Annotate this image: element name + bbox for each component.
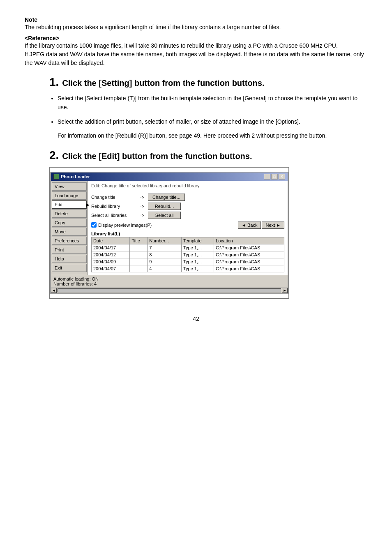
step1-bullet-1: Select the [Select template (T)] from th… — [58, 94, 367, 112]
nav-buttons: ◄ Back Next ► — [238, 221, 284, 229]
sidebar-item-loadimage[interactable]: Load image — [52, 191, 87, 200]
nav-row: Display preview images(P) ◄ Back Next ► — [91, 221, 284, 229]
maximize-button[interactable]: □ — [271, 174, 278, 180]
action-selectall-label: Select all libraries — [91, 213, 136, 218]
action-rebuild-arrow: -> — [138, 204, 146, 209]
scrollbar-row[interactable]: ◄ ► — [51, 288, 288, 293]
action-rebuild-label: Rebuild library — [91, 204, 136, 209]
cell-title-1 — [130, 251, 148, 258]
change-title-button[interactable]: Change title... — [148, 193, 185, 201]
sidebar-item-delete[interactable]: Delete — [52, 210, 87, 218]
cell-location-2: C:\Program Files\CAS — [214, 258, 284, 265]
rebuild-button[interactable]: Rebuild... — [148, 203, 181, 210]
cell-number-2: 9 — [148, 258, 182, 265]
sidebar: View Load image Edit ▶ Delete Copy — [51, 181, 88, 275]
sidebar-label-exit: Exit — [55, 265, 62, 270]
scroll-left-button[interactable]: ◄ — [51, 288, 57, 293]
cell-template-2: Type 1,... — [181, 258, 214, 265]
table-row[interactable]: 2004/04/128Type 1,...C:\Program Files\CA… — [92, 251, 284, 258]
display-preview-checkbox-row: Display preview images(P) — [91, 222, 152, 228]
sidebar-label-copy: Copy — [55, 220, 65, 225]
step1-section: 1. Click the [Setting] button from the f… — [49, 76, 367, 140]
table-row[interactable]: 2004/04/099Type 1,...C:\Program Files\CA… — [92, 258, 284, 265]
step2-number: 2. — [49, 149, 59, 162]
col-header-number: Number... — [148, 237, 182, 244]
close-button[interactable]: ✕ — [279, 174, 285, 180]
cell-date-0: 2004/04/17 — [92, 244, 130, 251]
table-row[interactable]: 2004/04/074Type 1,...C:\Program Files\CA… — [92, 265, 284, 272]
window-titlebar: Photo Loader _ □ ✕ — [51, 173, 288, 181]
sidebar-item-help[interactable]: Help — [52, 255, 87, 263]
cell-title-2 — [130, 258, 148, 265]
step1-heading-text: Click the [Setting] button from the func… — [62, 78, 264, 88]
sidebar-item-view[interactable]: View — [52, 182, 87, 191]
step2-heading: 2. Click the [Edit] button from the func… — [49, 149, 367, 162]
cell-number-0: 7 — [148, 244, 182, 251]
back-button[interactable]: ◄ Back — [238, 221, 261, 229]
library-section: Library list(L) Date Title Number... Tem… — [91, 231, 284, 272]
sidebar-item-move[interactable]: Move — [52, 228, 87, 236]
action-changetitle-label: Change title — [91, 195, 136, 200]
scrollbar-track[interactable] — [58, 288, 281, 292]
cell-template-3: Type 1,... — [181, 265, 214, 272]
window-title: Photo Loader — [61, 174, 90, 179]
cell-title-3 — [130, 265, 148, 272]
cell-title-0 — [130, 244, 148, 251]
titlebar-buttons[interactable]: _ □ ✕ — [264, 174, 285, 180]
select-all-button[interactable]: Select all — [148, 212, 181, 219]
note-body: The rebuilding process takes a significa… — [25, 23, 367, 32]
scroll-right-button[interactable]: ► — [282, 288, 288, 293]
note-title: Note — [25, 16, 367, 23]
step2-heading-text: Click the [Edit] button from the functio… — [62, 152, 252, 161]
col-header-title: Title — [130, 237, 148, 244]
sidebar-item-copy[interactable]: Copy — [52, 219, 87, 227]
window-inner: Photo Loader _ □ ✕ View Load image — [50, 172, 288, 294]
edit-description: Edit: Change title of selected library a… — [91, 183, 284, 190]
next-button[interactable]: Next ► — [262, 221, 284, 229]
library-list-label: Library list(L) — [91, 231, 284, 236]
action-rebuild: Rebuild library -> Rebuild... — [91, 203, 284, 210]
cell-template-0: Type 1,... — [181, 244, 214, 251]
sidebar-item-edit[interactable]: Edit ▶ — [52, 200, 87, 209]
sidebar-label-edit: Edit — [55, 202, 62, 207]
step1-note: For information on the [Rebuild (R)] but… — [58, 131, 367, 140]
table-row[interactable]: 2004/04/177Type 1,...C:\Program Files\CA… — [92, 244, 284, 251]
action-selectall: Select all libraries -> Select all — [91, 212, 284, 219]
cell-number-3: 4 — [148, 265, 182, 272]
cell-date-3: 2004/04/07 — [92, 265, 130, 272]
step2-section: 2. Click the [Edit] button from the func… — [49, 149, 367, 299]
minimize-button[interactable]: _ — [264, 174, 270, 180]
display-preview-checkbox[interactable] — [91, 222, 97, 228]
col-header-date: Date — [92, 237, 130, 244]
photo-loader-window: Photo Loader _ □ ✕ View Load image — [49, 167, 289, 299]
action-selectall-arrow: -> — [138, 213, 146, 218]
status-bar: Automatic loading: ON Number of librarie… — [51, 275, 288, 288]
sidebar-item-exit[interactable]: Exit — [52, 264, 87, 272]
cell-location-0: C:\Program Files\CAS — [214, 244, 284, 251]
cell-template-1: Type 1,... — [181, 251, 214, 258]
cell-date-2: 2004/04/09 — [92, 258, 130, 265]
display-preview-label: Display preview images(P) — [98, 223, 152, 228]
sidebar-label-view: View — [55, 184, 65, 189]
library-table: Date Title Number... Template Location 2… — [91, 237, 284, 272]
note-section: Note The rebuilding process takes a sign… — [25, 16, 367, 67]
sidebar-item-preferences[interactable]: Preferences — [52, 237, 87, 245]
action-changetitle-arrow: -> — [138, 195, 146, 200]
reference-title: <Reference> — [25, 35, 367, 41]
step1-number: 1. — [49, 76, 59, 89]
col-header-location: Location — [214, 237, 284, 244]
sidebar-label-help: Help — [55, 256, 64, 261]
content-area: Edit: Change title of selected library a… — [88, 181, 288, 275]
sidebar-label-move: Move — [55, 229, 66, 234]
edit-arrow-icon: ▶ — [86, 202, 90, 207]
window-title-icon — [53, 174, 59, 180]
sidebar-label-delete: Delete — [55, 211, 68, 216]
step1-bullets: Select the [Select template (T)] from th… — [58, 94, 367, 126]
action-change-title: Change title -> Change title... — [91, 193, 284, 201]
step1-heading: 1. Click the [Setting] button from the f… — [49, 76, 367, 89]
cell-location-1: C:\Program Files\CAS — [214, 251, 284, 258]
sidebar-item-print[interactable]: Print — [52, 246, 87, 254]
reference-body1: If the library contains 1000 image files… — [25, 41, 367, 50]
reference-body2: If JPEG data and WAV data have the same … — [25, 50, 367, 67]
window-body: View Load image Edit ▶ Delete Copy — [51, 181, 288, 275]
